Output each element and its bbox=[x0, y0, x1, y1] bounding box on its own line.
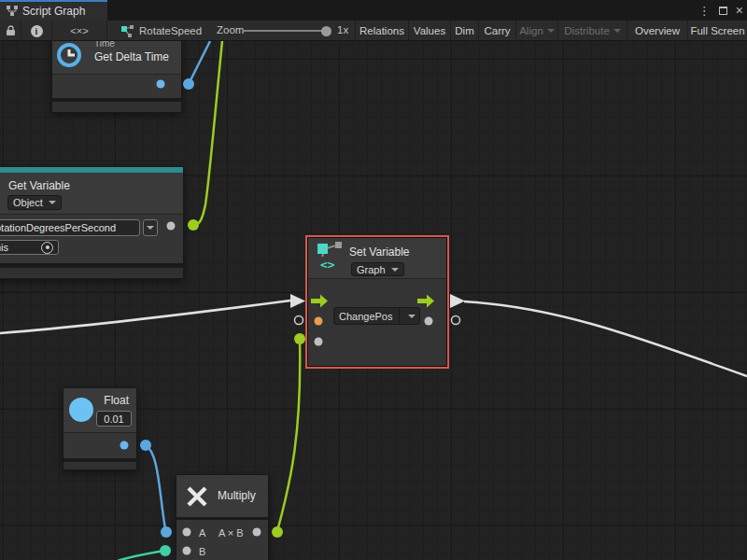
node-get-delta-time[interactable]: Time Get Delta Time bbox=[51, 41, 182, 113]
wire-get-variable-out bbox=[194, 41, 222, 225]
graph-icon bbox=[7, 6, 18, 17]
target-icon[interactable] bbox=[41, 242, 53, 254]
target-label: his bbox=[0, 242, 8, 253]
variable-scope-dropdown[interactable]: Object bbox=[7, 195, 62, 210]
wire-endpoint bbox=[272, 526, 283, 538]
relations-button[interactable]: Relations bbox=[355, 21, 409, 41]
overview-label: Overview bbox=[635, 25, 680, 36]
align-label: Align bbox=[519, 25, 543, 36]
node-header: <> Set Variable Graph bbox=[308, 238, 446, 278]
node-category: Time bbox=[94, 41, 115, 49]
node-body: ChangePos bbox=[308, 278, 446, 349]
wire-endpoint bbox=[160, 545, 171, 556]
wire-endpoint bbox=[183, 78, 194, 90]
variable-name: otationDegreesPerSecond bbox=[0, 222, 116, 233]
info-icon: i bbox=[31, 25, 43, 37]
unity-script-graph-window: Script Graph ⋮ × i <×> bbox=[0, 0, 747, 560]
wire-endpoint bbox=[294, 333, 305, 344]
overview-button[interactable]: Overview bbox=[627, 21, 688, 41]
distribute-button: Distribute bbox=[558, 21, 627, 41]
node-footer bbox=[52, 101, 181, 112]
fullscreen-label: Full Screen bbox=[690, 25, 744, 36]
node-title: Set Variable bbox=[349, 245, 409, 259]
node-header: Multiply bbox=[176, 475, 268, 517]
node-title: Get Variable bbox=[8, 179, 70, 192]
fullscreen-button[interactable]: Full Screen bbox=[688, 21, 747, 41]
node-footer bbox=[308, 351, 446, 360]
dim-label: Dim bbox=[455, 25, 473, 36]
zoom-label: Zoom bbox=[217, 24, 244, 35]
port-b-label: B bbox=[199, 546, 205, 557]
unconnected-endpoint-ring bbox=[452, 316, 460, 325]
relations-label: Relations bbox=[359, 25, 404, 36]
variable-scope-dropdown[interactable]: Graph bbox=[351, 262, 404, 276]
svg-text:<>: <> bbox=[320, 258, 335, 272]
node-footer bbox=[0, 267, 183, 278]
variable-name: ChangePos bbox=[339, 311, 393, 322]
window-controls: ⋮ × bbox=[698, 0, 743, 21]
node-set-variable[interactable]: <> Set Variable Graph ChangePos bbox=[307, 237, 447, 367]
port-a-label: A bbox=[199, 527, 205, 539]
values-label: Values bbox=[414, 25, 445, 36]
carry-button[interactable]: Carry bbox=[479, 21, 516, 41]
multiply-cross-icon bbox=[185, 484, 209, 509]
maximize-icon[interactable] bbox=[719, 7, 727, 15]
node-footer bbox=[63, 461, 136, 469]
node-title: Float bbox=[104, 394, 129, 407]
wire-flow-in bbox=[0, 301, 290, 333]
menu-icon[interactable]: ⋮ bbox=[698, 4, 711, 18]
port-row bbox=[52, 74, 181, 98]
selection-outline: <> Set Variable Graph ChangePos bbox=[305, 235, 449, 369]
node-header: Float 0.01 bbox=[63, 388, 136, 432]
unconnected-endpoint-ring bbox=[295, 316, 303, 325]
node-multiply[interactable]: Multiply A A × B B bbox=[176, 474, 269, 560]
flow-arrow-in bbox=[290, 294, 305, 308]
wire-multiply-to-setvar bbox=[277, 340, 300, 531]
variable-picker-button[interactable] bbox=[143, 219, 158, 236]
node-body: otationDegreesPerSecond his bbox=[0, 214, 183, 263]
graph-icon bbox=[121, 25, 134, 37]
graph-canvas[interactable]: Time Get Delta Time Get Variable Object … bbox=[0, 41, 747, 560]
graph-reference[interactable]: RotateSpeed bbox=[107, 21, 202, 41]
code-view-button[interactable]: <×> bbox=[52, 21, 107, 41]
node-header: Get Variable Object bbox=[0, 173, 183, 214]
chevron-down-icon bbox=[49, 201, 56, 204]
dropdown-arrow-section bbox=[399, 308, 419, 324]
port-result-label: A × B bbox=[218, 527, 244, 539]
graph-variable-icon: <> bbox=[317, 242, 345, 272]
lock-button[interactable] bbox=[0, 21, 21, 41]
wire-delta-time-out bbox=[189, 41, 210, 84]
port-row bbox=[63, 432, 136, 458]
chevron-down-icon bbox=[613, 29, 621, 33]
graph-toolbar: i <×> RotateSpeed Zoom 1x Relations Valu… bbox=[0, 21, 747, 41]
tab-title: Script Graph bbox=[22, 5, 85, 18]
wire-endpoint bbox=[161, 526, 172, 538]
align-button: Align bbox=[516, 21, 558, 41]
chevron-down-icon bbox=[391, 268, 399, 272]
node-title: Multiply bbox=[218, 489, 256, 502]
target-object-field[interactable]: his bbox=[0, 240, 59, 255]
float-value-field[interactable]: 0.01 bbox=[96, 411, 132, 427]
wire-to-multiply-b bbox=[118, 551, 164, 560]
flow-arrow-out bbox=[450, 294, 465, 308]
values-button[interactable]: Values bbox=[409, 21, 451, 41]
graph-reference-label: RotateSpeed bbox=[139, 25, 202, 36]
chevron-down-icon bbox=[408, 315, 416, 318]
node-get-variable[interactable]: Get Variable Object otationDegreesPerSec… bbox=[0, 166, 184, 279]
zoom-slider[interactable] bbox=[243, 30, 327, 32]
tab-script-graph[interactable]: Script Graph bbox=[0, 0, 107, 21]
wire-flow-out bbox=[464, 301, 747, 376]
zoom-value: 1x bbox=[337, 24, 348, 35]
node-float[interactable]: Float 0.01 bbox=[63, 387, 137, 470]
code-brackets-icon: <×> bbox=[70, 25, 88, 36]
node-title: Get Delta Time bbox=[94, 50, 169, 63]
distribute-label: Distribute bbox=[564, 25, 610, 36]
info-button[interactable]: i bbox=[21, 21, 52, 41]
variable-name-field[interactable]: otationDegreesPerSecond bbox=[0, 219, 140, 236]
zoom-slider-handle[interactable] bbox=[321, 26, 331, 36]
lock-icon bbox=[6, 25, 16, 36]
variable-name-dropdown[interactable]: ChangePos bbox=[333, 307, 420, 325]
dim-button[interactable]: Dim bbox=[451, 21, 479, 41]
wire-endpoint bbox=[188, 219, 199, 231]
close-icon[interactable]: × bbox=[736, 4, 743, 17]
